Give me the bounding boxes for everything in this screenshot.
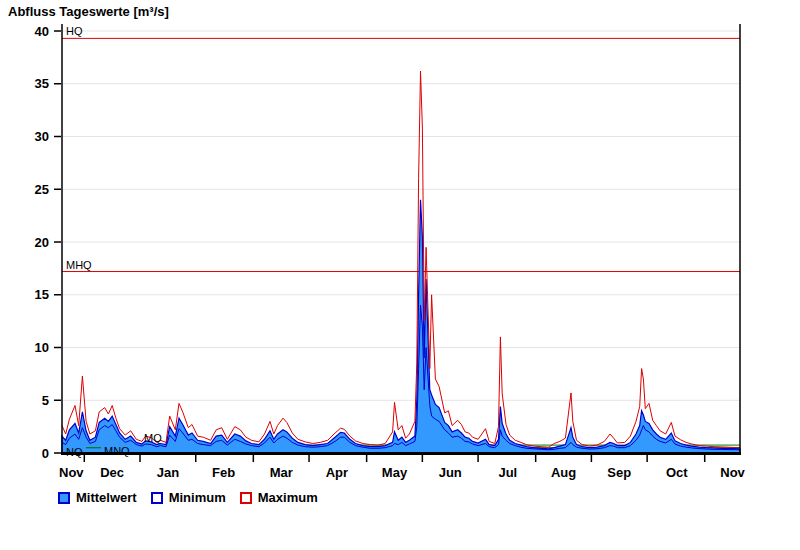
- y-tick-label: 0: [42, 446, 49, 461]
- month-label-sep: Sep: [607, 465, 631, 480]
- month-label-feb: Feb: [212, 465, 235, 480]
- month-label-jun: Jun: [439, 465, 462, 480]
- legend-label-maximum: Maximum: [258, 490, 318, 505]
- reference-label-mnq: MNQ: [104, 445, 130, 457]
- reference-label-mq: MQ: [144, 432, 162, 444]
- discharge-chart-page: Abfluss Tageswerte [m³/s] 05101520253035…: [0, 0, 800, 550]
- legend-item-maximum: Maximum: [240, 490, 318, 505]
- legend-item-mittelwert: Mittelwert: [58, 490, 137, 505]
- maximum-swatch-icon: [240, 492, 252, 504]
- maximum-line: [62, 71, 740, 448]
- month-label-apr: Apr: [326, 465, 348, 480]
- y-tick-label: 5: [42, 393, 49, 408]
- legend-label-minimum: Minimum: [169, 490, 226, 505]
- y-tick-label: 35: [35, 76, 49, 91]
- discharge-chart: 0510152025303540NovDecJanFebMarAprMayJun…: [0, 0, 800, 550]
- x-axis: [61, 452, 741, 455]
- y-tick-label: 30: [35, 129, 49, 144]
- month-label-may: May: [382, 465, 408, 480]
- month-label-nov: Nov: [59, 465, 84, 480]
- month-label-mar: Mar: [270, 465, 293, 480]
- y-tick-label: 40: [35, 24, 49, 39]
- reference-label-hq: HQ: [66, 25, 83, 37]
- month-label-jan: Jan: [157, 465, 179, 480]
- month-label-jul: Jul: [498, 465, 517, 480]
- y-tick-label: 25: [35, 182, 49, 197]
- y-tick-label: 20: [35, 235, 49, 250]
- month-label-oct: Oct: [666, 465, 688, 480]
- month-label-aug: Aug: [551, 465, 576, 480]
- mittelwert-swatch-icon: [58, 492, 70, 504]
- month-label-dec: Dec: [100, 465, 124, 480]
- y-tick-label: 10: [35, 340, 49, 355]
- reference-label-mhq: MHQ: [66, 259, 92, 271]
- mittelwert-area: [62, 200, 740, 453]
- legend-item-minimum: Minimum: [151, 490, 226, 505]
- month-label-nov: Nov: [720, 465, 745, 480]
- chart-legend: Mittelwert Minimum Maximum: [58, 490, 332, 505]
- minimum-swatch-icon: [151, 492, 163, 504]
- y-tick-label: 15: [35, 287, 49, 302]
- reference-label-nq: NQ: [66, 446, 83, 458]
- legend-label-mittelwert: Mittelwert: [76, 490, 137, 505]
